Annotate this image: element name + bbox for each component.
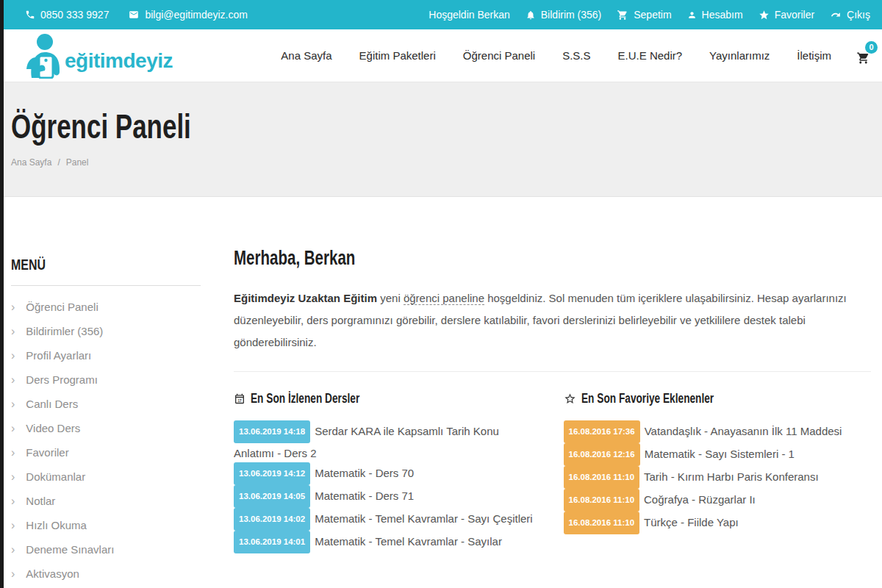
lesson-lists: 17 En Son İzlenen Dersler 13.06.2019 14:… xyxy=(234,391,871,554)
notifications-link[interactable]: Bildirim (356) xyxy=(526,9,601,21)
notifications-label: Bildirim (356) xyxy=(541,9,601,21)
page-title: Öğrenci Paneli xyxy=(11,107,882,146)
chevron-right-icon: › xyxy=(11,423,15,434)
lesson-row: 13.06.2019 14:18Serdar KARA ile Kapsamlı… xyxy=(234,421,542,463)
welcome-paragraph: Eğitimdeyiz Uzaktan Eğitim yeni öğrenci … xyxy=(234,287,871,354)
content-divider xyxy=(234,371,871,372)
date-badge: 16.08.2016 11:10 xyxy=(564,512,640,534)
nav-link[interactable]: İletişim xyxy=(797,49,831,62)
lesson-link[interactable]: Coğrafya - Rüzgarlar Iı xyxy=(644,493,756,506)
sidebar-menu-link[interactable]: › Öğrenci Paneli xyxy=(11,301,211,313)
cart-link[interactable]: Sepetim xyxy=(617,9,671,21)
sidebar-menu-label: Dokümanlar xyxy=(26,470,85,483)
main-panel: Merhaba, Berkan Eğitimdeyiz Uzaktan Eğit… xyxy=(211,197,871,586)
main-header: eğitimdeyiz Ana Sayfa Eğitim Paketleri Ö… xyxy=(0,29,882,82)
chevron-right-icon: › xyxy=(11,520,15,531)
cart-label: Sepetim xyxy=(634,9,671,21)
lesson-row: 16.08.2016 12:16Matematik - Sayı Sisteml… xyxy=(564,444,872,467)
nav-link[interactable]: E.U.E Nedir? xyxy=(618,49,683,62)
breadcrumb-home-link[interactable]: Ana Sayfa xyxy=(11,157,51,168)
date-badge: 16.08.2016 12:16 xyxy=(564,443,640,466)
nav-link[interactable]: S.S.S xyxy=(562,49,590,62)
email-link[interactable]: bilgi@egitimdeyiz.com xyxy=(128,9,247,21)
page-header-band: Öğrenci Paneli Ana Sayfa / Panel xyxy=(0,82,882,197)
sidebar-menu-link[interactable]: › Ders Programı xyxy=(11,373,211,386)
svg-text:17: 17 xyxy=(237,399,242,403)
sidebar-menu-link[interactable]: › Canlı Ders xyxy=(11,398,211,410)
content-row: MENÜ › Öğrenci Paneli › Bildirimler (356… xyxy=(0,197,882,586)
phone-number: 0850 333 9927 xyxy=(40,9,109,21)
chevron-right-icon: › xyxy=(11,398,15,410)
recently-watched-title: En Son İzlenen Dersler xyxy=(251,391,394,406)
logout-label: Çıkış xyxy=(847,9,870,21)
student-panel-link[interactable]: öğrenci paneline xyxy=(404,292,484,305)
lesson-link[interactable]: Matematik - Sayı Sistemleri - 1 xyxy=(645,448,795,460)
lesson-link[interactable]: Vatandaşlık - Anayasanın İlk 11 Maddesi xyxy=(645,425,842,437)
recently-watched-header: 17 En Son İzlenen Dersler xyxy=(234,391,542,406)
nav-link[interactable]: Ana Sayfa xyxy=(281,49,331,62)
logo[interactable]: eğitimdeyiz xyxy=(22,33,173,79)
nav-item: Ana Sayfa xyxy=(281,49,331,62)
favorites-link[interactable]: Favoriler xyxy=(759,9,814,21)
recent-favorites-section: En Son Favoriye Eklenenler 16.08.2016 17… xyxy=(564,391,872,554)
nav-item: E.U.E Nedir? xyxy=(618,49,683,62)
main-nav: Ana Sayfa Eğitim Paketleri Öğrenci Panel… xyxy=(254,47,870,65)
recent-favorites-header: En Son Favoriye Eklenenler xyxy=(564,391,872,406)
cart-count-badge: 0 xyxy=(865,41,878,54)
nav-item: Yayınlarımız xyxy=(709,49,770,62)
sidebar-menu-link[interactable]: › Notlar xyxy=(11,495,211,507)
sidebar-menu-link[interactable]: › Deneme Sınavları xyxy=(11,543,211,556)
sidebar-menu-link[interactable]: › Hızlı Okuma xyxy=(11,519,211,531)
nav-cart-button[interactable]: 0 xyxy=(856,47,870,65)
recent-favorites-list: 16.08.2016 17:36Vatandaşlık - Anayasanın… xyxy=(564,421,872,535)
sidebar-menu-label: Deneme Sınavları xyxy=(26,543,114,556)
sidebar-menu-label: Notlar xyxy=(26,495,55,507)
logout-link[interactable]: Çıkış xyxy=(830,9,870,21)
sidebar-menu-label: Öğrenci Paneli xyxy=(26,301,98,313)
sidebar-menu-item: › Deneme Sınavları xyxy=(11,537,211,562)
email-address: bilgi@egitimdeyiz.com xyxy=(145,9,247,21)
lesson-link[interactable]: Türkçe - Fiilde Yapı xyxy=(644,516,739,528)
chevron-right-icon: › xyxy=(11,471,15,483)
sidebar-menu-link[interactable]: › Dokümanlar xyxy=(11,470,211,483)
topbar-contact: 0850 333 9927 bilgi@egitimdeyiz.com xyxy=(25,9,267,21)
lesson-link[interactable]: Tarih - Kırım Harbı Paris Konferansı xyxy=(644,470,819,483)
breadcrumb-separator: / xyxy=(57,157,60,168)
breadcrumb: Ana Sayfa / Panel xyxy=(11,157,882,168)
nav-item: S.S.S xyxy=(562,49,590,62)
lesson-link[interactable]: Matematik - Temel Kavramlar - Sayılar xyxy=(315,535,502,548)
lesson-link[interactable]: Matematik - Ders 71 xyxy=(315,490,414,502)
chevron-right-icon: › xyxy=(11,568,15,580)
sidebar-menu-link[interactable]: › Video Ders xyxy=(11,422,211,434)
sidebar-menu-label: Canlı Ders xyxy=(26,398,78,410)
lesson-link[interactable]: Matematik - Temel Kavramlar - Sayı Çeşit… xyxy=(315,512,532,525)
sidebar-menu-link[interactable]: › Favoriler xyxy=(11,446,211,459)
nav-link[interactable]: Eğitim Paketleri xyxy=(359,49,436,62)
sidebar-menu-label: Profil Ayarları xyxy=(26,349,91,362)
sidebar-menu-link[interactable]: › Bildirimler (356) xyxy=(11,325,211,337)
lesson-row: 16.08.2016 11:10Tarih - Kırım Harbı Pari… xyxy=(564,467,872,490)
sidebar-menu-label: Favoriler xyxy=(26,446,68,459)
lesson-link[interactable]: Matematik - Ders 70 xyxy=(315,467,414,479)
sidebar-menu-item: › Ders Programı xyxy=(11,368,211,392)
nav-link[interactable]: Öğrenci Paneli xyxy=(463,49,535,62)
nav-link[interactable]: Yayınlarımız xyxy=(709,49,770,62)
account-link[interactable]: Hesabım xyxy=(687,9,743,21)
recent-favorites-title: En Son Favoriye Eklenenler xyxy=(581,391,756,406)
logout-arrow-icon xyxy=(830,10,842,20)
calendar-icon: 17 xyxy=(234,392,245,405)
sidebar-menu-item: › Video Ders xyxy=(11,416,211,440)
phone-link[interactable]: 0850 333 9927 xyxy=(25,9,109,21)
sidebar-menu-link[interactable]: › Profil Ayarları xyxy=(11,349,211,362)
logo-text: eğitimdeyiz xyxy=(65,49,173,73)
star-outline-icon xyxy=(564,392,576,405)
breadcrumb-current: Panel xyxy=(66,157,89,168)
greeting-heading: Merhaba, Berkan xyxy=(234,247,871,270)
sidebar-menu-label: Aktivasyon xyxy=(26,567,79,580)
cart-icon xyxy=(617,10,628,21)
date-badge: 13.06.2019 14:18 xyxy=(234,420,310,443)
sidebar-divider xyxy=(11,285,201,286)
sidebar-menu-link[interactable]: › Aktivasyon xyxy=(11,567,211,580)
lesson-row: 13.06.2019 14:05Matematik - Ders 71 xyxy=(234,486,542,509)
window-left-edge xyxy=(0,0,4,588)
